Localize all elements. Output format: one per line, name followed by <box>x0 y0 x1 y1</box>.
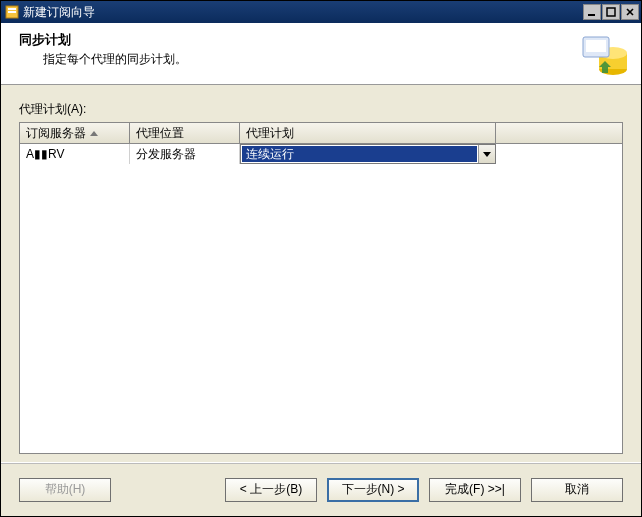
window-buttons <box>583 4 639 20</box>
wizard-banner: 同步计划 指定每个代理的同步计划。 <box>1 23 641 85</box>
schedule-dropdown[interactable]: 连续运行 <box>240 144 496 164</box>
banner-title: 同步计划 <box>19 31 581 49</box>
table-row[interactable]: A▮▮RV 分发服务器 连续运行 <box>20 144 622 164</box>
svg-rect-2 <box>8 11 16 13</box>
chevron-down-icon <box>483 152 491 157</box>
help-button[interactable]: 帮助(H) <box>19 478 111 502</box>
column-header-agent-schedule[interactable]: 代理计划 <box>240 123 496 143</box>
grid-label: 代理计划(A): <box>19 101 623 118</box>
next-button[interactable]: 下一步(N) > <box>327 478 419 502</box>
column-header-filler <box>496 123 622 143</box>
column-header-agent-location[interactable]: 代理位置 <box>130 123 240 143</box>
svg-rect-4 <box>607 8 615 16</box>
column-header-agent-schedule-text: 代理计划 <box>246 125 294 142</box>
schedule-grid: 订阅服务器 代理位置 代理计划 A▮▮RV 分发服务器 连续运行 <box>19 122 623 454</box>
schedule-dropdown-value: 连续运行 <box>242 146 477 162</box>
svg-rect-11 <box>586 40 606 52</box>
column-header-agent-location-text: 代理位置 <box>136 125 184 142</box>
finish-button[interactable]: 完成(F) >>| <box>429 478 521 502</box>
maximize-button[interactable] <box>602 4 620 20</box>
wizard-footer: 帮助(H) < 上一步(B) 下一步(N) > 完成(F) >>| 取消 <box>1 462 641 516</box>
content-area: 代理计划(A): 订阅服务器 代理位置 代理计划 A▮▮RV 分发服务器 <box>1 85 641 462</box>
app-icon <box>5 5 19 19</box>
cancel-button[interactable]: 取消 <box>531 478 623 502</box>
dropdown-button[interactable] <box>478 145 495 163</box>
titlebar: 新建订阅向导 <box>1 1 641 23</box>
svg-rect-1 <box>8 8 16 10</box>
cell-subscriber: A▮▮RV <box>20 144 130 164</box>
column-header-subscriber-text: 订阅服务器 <box>26 125 86 142</box>
close-button[interactable] <box>621 4 639 20</box>
banner-subtitle: 指定每个代理的同步计划。 <box>19 51 581 68</box>
cell-agent-schedule: 连续运行 <box>240 144 496 164</box>
minimize-button[interactable] <box>583 4 601 20</box>
window-title: 新建订阅向导 <box>23 4 583 21</box>
wizard-decorative-icon <box>581 31 629 79</box>
wizard-window: 新建订阅向导 同步计划 指定每个代理的同步计划。 <box>0 0 642 517</box>
grid-header: 订阅服务器 代理位置 代理计划 <box>20 123 622 144</box>
cell-agent-location: 分发服务器 <box>130 144 240 164</box>
column-header-subscriber[interactable]: 订阅服务器 <box>20 123 130 143</box>
svg-rect-3 <box>588 14 595 16</box>
grid-body: A▮▮RV 分发服务器 连续运行 <box>20 144 622 453</box>
sort-ascending-icon <box>90 131 98 136</box>
back-button[interactable]: < 上一步(B) <box>225 478 317 502</box>
